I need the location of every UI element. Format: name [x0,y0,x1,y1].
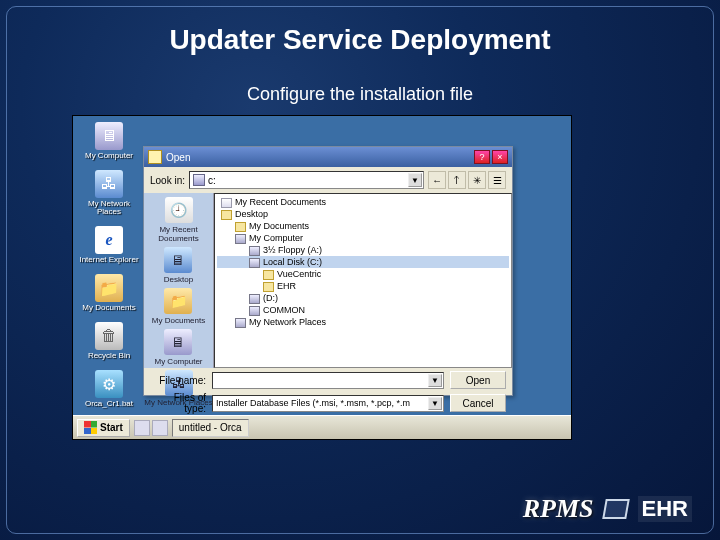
tree-item[interactable]: VueCentric [217,268,509,280]
drive-icon [235,234,246,244]
desktop-icons: 🖥 My Computer 🖧 My Network Places e Inte… [79,122,139,418]
start-button[interactable]: Start [77,419,130,437]
up-button[interactable]: 🡑 [448,171,466,189]
desktop-icon-my-computer[interactable]: 🖥 My Computer [79,122,139,160]
tree-item-label: 3½ Floppy (A:) [263,245,322,255]
chevron-down-icon[interactable]: ▼ [408,173,422,187]
folder-icon [221,210,232,220]
filename-label: File name: [150,375,206,386]
slide-subtitle: Configure the installation file [0,84,720,105]
chevron-down-icon[interactable]: ▼ [428,374,442,387]
filetype-label: Files of type: [150,392,206,414]
tree-item-label: (D:) [263,293,278,303]
look-in-combobox[interactable]: c: ▼ [189,171,424,189]
place-documents[interactable]: 📁 My Documents [152,288,205,325]
desktop-icon-label: My Documents [79,304,139,312]
slide-title: Updater Service Deployment [0,24,720,56]
filetype-value: Installer Database Files (*.msi, *.msm, … [216,398,410,408]
place-label: My Documents [152,316,205,325]
drive-icon [249,294,260,304]
footer-logos: RPMS EHR [523,494,692,524]
folder-icon [235,222,246,232]
open-dialog: Open ? × Look in: c: ▼ ← 🡑 ✳ ☰ 🕘 [143,146,513,396]
new-folder-button[interactable]: ✳ [468,171,486,189]
drive-icon [249,306,260,316]
windows-flag-icon [84,421,97,434]
desktop-icon-label: My Network Places [79,200,139,216]
cancel-button[interactable]: Cancel [450,394,506,412]
places-bar: 🕘 My Recent Documents 🖥 Desktop 📁 My Doc… [144,193,214,368]
tree-item[interactable]: My Computer [217,232,509,244]
desktop-icon-network-places[interactable]: 🖧 My Network Places [79,170,139,216]
rpms-logo-box-icon [602,499,630,519]
desktop-icon-orca-bat[interactable]: ⚙ Orca_Cr1.bat [79,370,139,408]
desktop-icon-label: Orca_Cr1.bat [79,400,139,408]
network-icon: 🖧 [95,170,123,198]
tree-item-label: EHR [277,281,296,291]
filename-input[interactable]: ▼ [212,372,444,389]
dialog-toolbar: ← 🡑 ✳ ☰ [428,171,506,189]
quick-launch-item[interactable] [152,420,168,436]
ehr-logo-text: EHR [638,496,692,522]
tree-item-label: VueCentric [277,269,321,279]
quick-launch [134,420,168,436]
folder-tree[interactable]: My Recent DocumentsDesktopMy DocumentsMy… [214,193,512,368]
dialog-title: Open [166,152,190,163]
tree-item[interactable]: COMMON [217,304,509,316]
views-button[interactable]: ☰ [488,171,506,189]
tree-item-label: Local Disk (C:) [263,257,322,267]
folder-icon: 📁 [95,274,123,302]
back-button[interactable]: ← [428,171,446,189]
tree-item-label: My Recent Documents [235,197,326,207]
dialog-titlebar[interactable]: Open ? × [144,147,512,167]
place-label: My Computer [154,357,202,366]
tree-item[interactable]: Local Disk (C:) [217,256,509,268]
desktop-icon-my-documents[interactable]: 📁 My Documents [79,274,139,312]
desktop-icon-label: Internet Explorer [79,256,139,264]
dialog-icon [148,150,162,164]
chevron-down-icon[interactable]: ▼ [428,397,442,410]
batch-file-icon: ⚙ [95,370,123,398]
taskbar: Start untitled - Orca [73,415,571,439]
look-in-label: Look in: [150,175,185,186]
open-button[interactable]: Open [450,371,506,389]
start-label: Start [100,422,123,433]
ie-icon: e [95,226,123,254]
tree-item-label: My Network Places [249,317,326,327]
doc-icon [221,198,232,208]
drive-icon [193,174,205,186]
rpms-logo-text: RPMS [523,494,594,524]
desktop-icon-label: My Computer [79,152,139,160]
tree-item[interactable]: (D:) [217,292,509,304]
recent-icon: 🕘 [165,197,193,223]
tree-item[interactable]: 3½ Floppy (A:) [217,244,509,256]
drive-icon [235,318,246,328]
tree-item[interactable]: Desktop [217,208,509,220]
place-label: My Recent Documents [144,225,213,243]
desktop-icon: 🖥 [164,247,192,273]
close-button[interactable]: × [492,150,508,164]
place-label: Desktop [164,275,193,284]
help-button[interactable]: ? [474,150,490,164]
look-in-value: c: [208,175,216,186]
tree-item[interactable]: EHR [217,280,509,292]
place-desktop[interactable]: 🖥 Desktop [164,247,193,284]
tree-item[interactable]: My Documents [217,220,509,232]
desktop-icon-ie[interactable]: e Internet Explorer [79,226,139,264]
computer-icon: 🖥 [164,329,192,355]
tree-item-label: My Documents [249,221,309,231]
drive-icon [249,258,260,268]
tree-item-label: My Computer [249,233,303,243]
folder-icon [263,270,274,280]
place-computer[interactable]: 🖥 My Computer [154,329,202,366]
quick-launch-item[interactable] [134,420,150,436]
taskbar-item[interactable]: untitled - Orca [172,419,249,437]
place-recent[interactable]: 🕘 My Recent Documents [144,197,213,243]
windows-desktop-screenshot: 🖥 My Computer 🖧 My Network Places e Inte… [72,115,572,440]
tree-item[interactable]: My Recent Documents [217,196,509,208]
recycle-bin-icon: 🗑 [95,322,123,350]
tree-item-label: COMMON [263,305,305,315]
tree-item[interactable]: My Network Places [217,316,509,328]
desktop-icon-recycle-bin[interactable]: 🗑 Recycle Bin [79,322,139,360]
filetype-combobox[interactable]: Installer Database Files (*.msi, *.msm, … [212,395,444,412]
